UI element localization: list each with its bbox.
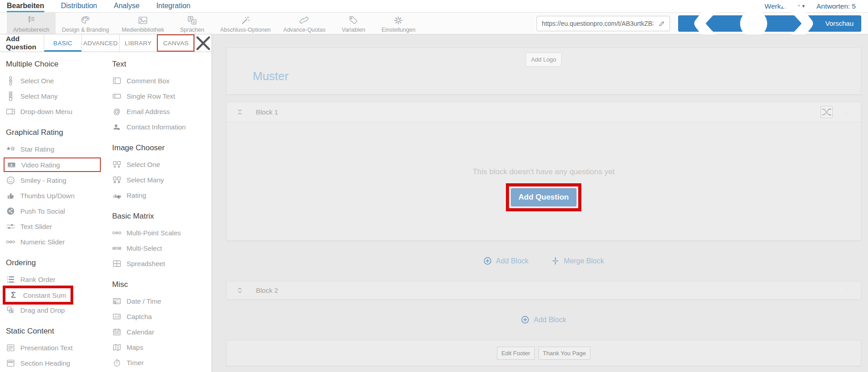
question-type-drag-and-drop[interactable]: Drag and Drop bbox=[6, 305, 112, 315]
question-type-select-one[interactable]: Select One bbox=[112, 160, 211, 169]
expand-block-icon[interactable] bbox=[236, 287, 243, 294]
question-type-maps[interactable]: Maps bbox=[112, 343, 211, 352]
question-type-rating[interactable]: Rating bbox=[112, 191, 211, 200]
at-icon: @ bbox=[112, 107, 122, 116]
thank-you-page-button[interactable]: Thank You Page bbox=[538, 347, 590, 360]
toolbar-item-abschluss-optionen[interactable]: Abschluss-Optionen bbox=[214, 13, 277, 34]
toolbar-item-variablen[interactable]: Variablen bbox=[332, 13, 375, 34]
plus-circle-icon bbox=[483, 257, 492, 265]
question-type-label: Text Slider bbox=[20, 223, 52, 230]
survey-url-input[interactable] bbox=[537, 16, 670, 31]
drag-drop-icon bbox=[6, 305, 15, 315]
question-type-select-one[interactable]: Select One bbox=[6, 76, 112, 86]
links-icon bbox=[299, 15, 310, 26]
add-question-panel: Add Question BASICADVANCEDLIBRARYCANVAS … bbox=[0, 34, 212, 372]
randomize-questions-button[interactable] bbox=[821, 106, 833, 118]
question-type-multi-point-scales[interactable]: Multi-Point Scales bbox=[112, 228, 211, 238]
nav-item-distribution[interactable]: Distribution bbox=[61, 0, 97, 12]
thumbs-up-icon bbox=[6, 191, 15, 200]
question-type-timer[interactable]: Timer bbox=[112, 358, 211, 367]
block-2-actions: Add Block bbox=[226, 300, 861, 340]
merge-block-button[interactable]: Merge Block bbox=[551, 257, 604, 265]
question-type-smiley-rating[interactable]: Smiley - Rating bbox=[6, 176, 112, 185]
tab-canvas[interactable]: CANVAS bbox=[157, 34, 194, 52]
question-type-constant-sum[interactable]: ΣConstant Sum bbox=[3, 286, 73, 305]
question-type-star-rating[interactable]: Star Rating bbox=[6, 144, 112, 154]
question-type-video-rating[interactable]: Video Rating bbox=[4, 157, 101, 172]
nav-item-integration[interactable]: Integration bbox=[156, 0, 191, 12]
checkbox-stack-icon bbox=[6, 91, 15, 101]
question-type-spreadsheet[interactable]: Spreadsheet bbox=[112, 259, 211, 268]
question-type-email-address[interactable]: @Email Address bbox=[112, 107, 211, 116]
question-type-presentation-text[interactable]: Presentation Text bbox=[6, 343, 112, 353]
question-type-label: Email Address bbox=[127, 108, 170, 115]
add-logo-button[interactable]: Add Logo bbox=[526, 52, 562, 67]
tab-advanced[interactable]: ADVANCED bbox=[81, 34, 119, 52]
question-type-section-heading[interactable]: Section Heading bbox=[6, 358, 112, 368]
question-type-multi-select[interactable]: Multi-Select bbox=[112, 243, 211, 253]
question-type-rank-order[interactable]: Rank Order bbox=[6, 275, 112, 284]
question-type-select-many[interactable]: Select Many bbox=[112, 175, 211, 185]
block-2-title: Block 2 bbox=[256, 286, 278, 294]
question-type-drop-down-menu[interactable]: Drop-down Menu bbox=[6, 107, 112, 116]
question-type-date-time[interactable]: Date / Time bbox=[112, 296, 211, 306]
question-type-select-many[interactable]: Select Many bbox=[6, 91, 112, 101]
shuffle-icon bbox=[821, 106, 832, 118]
wand-icon bbox=[240, 15, 251, 26]
tab-library[interactable]: LIBRARY bbox=[119, 34, 157, 52]
nav-items: BearbeitenDistributionAnalyseIntegration bbox=[7, 0, 190, 12]
question-type-captcha[interactable]: ic8Captcha bbox=[112, 312, 211, 321]
toolbar-item-sprachen[interactable]: ASprachen bbox=[170, 13, 214, 34]
toolbar-item-medienbibliothek[interactable]: Medienbibliothek bbox=[115, 13, 170, 34]
preview-button[interactable]: Vorschau bbox=[678, 15, 861, 32]
question-type-label: Comment Box bbox=[127, 77, 170, 85]
question-type-text-slider[interactable]: Text Slider bbox=[6, 222, 112, 231]
question-type-comment-box[interactable]: Comment Box bbox=[112, 76, 211, 86]
question-type-label: Select Many bbox=[127, 176, 164, 184]
block-1-menu-icon[interactable] bbox=[845, 108, 848, 117]
preview-button-label: Vorschau bbox=[825, 19, 854, 27]
sigma-icon: Σ bbox=[9, 291, 18, 300]
panel-body: Multiple ChoiceSelect OneSelect ManyDrop… bbox=[0, 52, 212, 372]
tab-basic[interactable]: BASIC bbox=[44, 34, 81, 52]
add-block-button-2[interactable]: Add Block bbox=[521, 315, 566, 324]
close-panel-button[interactable] bbox=[194, 34, 212, 52]
toolbar-item-label: Variablen bbox=[342, 27, 365, 33]
question-type-push-to-social[interactable]: Push To Social bbox=[6, 206, 112, 216]
text-slider-icon bbox=[6, 222, 15, 231]
numeric-slider-icon bbox=[6, 237, 15, 247]
answers-count[interactable]: Antworten: 5 bbox=[816, 2, 856, 10]
question-type-thumbs-up-down[interactable]: Thumbs Up/Down bbox=[6, 191, 112, 200]
toolbar-item-einstellungen[interactable]: Einstellungen bbox=[375, 13, 422, 34]
workspace-icon bbox=[26, 15, 37, 26]
image-select-one-icon bbox=[112, 160, 122, 169]
question-type-single-row-text[interactable]: Single Row Text bbox=[112, 91, 211, 101]
dropdown-icon bbox=[6, 107, 15, 116]
add-block-button[interactable]: Add Block bbox=[483, 257, 528, 265]
add-block-label: Add Block bbox=[496, 257, 528, 265]
multi-select-icon bbox=[112, 243, 122, 253]
question-type-label: Maps bbox=[127, 343, 143, 351]
collapse-block-icon[interactable] bbox=[236, 109, 243, 115]
edit-footer-button[interactable]: Edit Footer bbox=[497, 347, 535, 360]
main-content: Add Question BASICADVANCEDLIBRARYCANVAS … bbox=[0, 34, 868, 372]
toolbar-item-advance-quotas[interactable]: Advance-Quotas bbox=[277, 13, 332, 34]
question-type-numeric-slider[interactable]: Numeric Slider bbox=[6, 237, 112, 247]
nav-item-bearbeiten[interactable]: Bearbeiten bbox=[7, 0, 44, 12]
section-heading-image-chooser: Image Chooser bbox=[112, 143, 211, 153]
question-type-contact-information[interactable]: Contact Information bbox=[112, 122, 211, 132]
block-2-menu-icon[interactable] bbox=[845, 286, 848, 295]
toolbar-item-design-branding[interactable]: Design & Branding bbox=[56, 13, 115, 34]
survey-title[interactable]: Muster bbox=[253, 69, 861, 83]
languages-icon: A bbox=[187, 15, 198, 26]
nav-item-analyse[interactable]: Analyse bbox=[114, 0, 140, 12]
single-row-text-icon bbox=[112, 91, 122, 101]
question-type-label: Drag and Drop bbox=[20, 306, 65, 314]
edit-url-pencil-icon[interactable] bbox=[658, 19, 666, 27]
add-question-button[interactable]: Add Question bbox=[511, 188, 576, 206]
question-type-label: Star Rating bbox=[20, 145, 54, 153]
question-types-column-1: Multiple ChoiceSelect OneSelect ManyDrop… bbox=[6, 57, 112, 372]
section-heading-graphical-rating: Graphical Rating bbox=[6, 128, 112, 137]
toolbar-item-arbeitsbereich[interactable]: Arbeitsbereich bbox=[7, 13, 56, 34]
question-type-calendar[interactable]: Calendar bbox=[112, 327, 211, 337]
